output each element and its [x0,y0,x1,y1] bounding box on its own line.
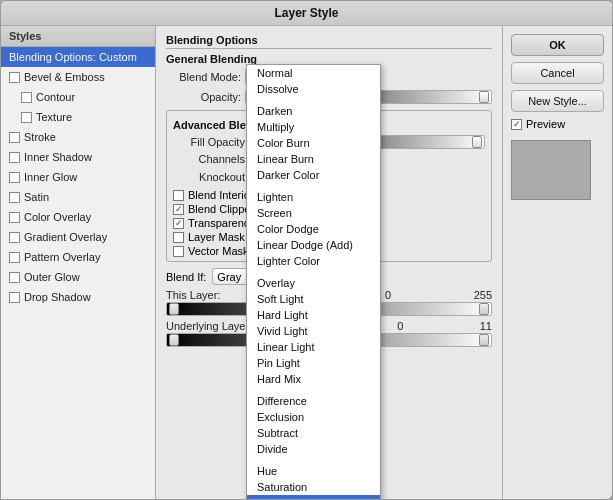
sidebar-item-label: Inner Shadow [24,151,92,163]
blend-interior-checkbox[interactable] [173,190,184,201]
dropdown-item-hue[interactable]: Hue [247,463,380,479]
sidebar-item-inner-glow[interactable]: Inner Glow [1,167,155,187]
this-layer-values: 0 255 [385,289,492,301]
dropdown-item-subtract[interactable]: Subtract [247,425,380,441]
drop-shadow-checkbox[interactable] [9,292,20,303]
dropdown-item-lighter-color[interactable]: Lighter Color [247,253,380,269]
sidebar-item-stroke[interactable]: Stroke [1,127,155,147]
this-layer-label: This Layer: [166,289,220,301]
sidebar-item-label: Texture [36,111,72,123]
dropdown-item-dissolve[interactable]: Dissolve [247,81,380,97]
dialog-body: Styles Blending Options: Custom Bevel & … [1,26,612,499]
dropdown-item-linear-burn[interactable]: Linear Burn [247,151,380,167]
sidebar-item-outer-glow[interactable]: Outer Glow [1,267,155,287]
dropdown-item-multiply[interactable]: Multiply [247,119,380,135]
dropdown-item-exclusion[interactable]: Exclusion [247,409,380,425]
ok-button[interactable]: OK [511,34,604,56]
dropdown-item-hard-light[interactable]: Hard Light [247,307,380,323]
stroke-checkbox[interactable] [9,132,20,143]
preview-row: Preview [511,118,604,130]
dropdown-item-saturation[interactable]: Saturation [247,479,380,495]
dropdown-item-difference[interactable]: Difference [247,393,380,409]
blend-clipped-checkbox[interactable] [173,204,184,215]
fill-opacity-thumb [472,136,482,148]
transparency-checkbox[interactable] [173,218,184,229]
right-panel: OK Cancel New Style... Preview [502,26,612,499]
dropdown-item-screen[interactable]: Screen [247,205,380,221]
blend-if-value: Gray [217,271,241,283]
sidebar-item-label: Color Overlay [24,211,91,223]
contour-checkbox[interactable] [21,92,32,103]
opacity-thumb [479,91,489,103]
dropdown-item-color[interactable]: Color [247,495,380,499]
sidebar-item-label: Gradient Overlay [24,231,107,243]
opacity-label: Opacity: [166,91,241,103]
blend-mode-dropdown: NormalDissolveDarkenMultiplyColor BurnLi… [246,64,381,499]
sidebar-item-bevel-emboss[interactable]: Bevel & Emboss [1,67,155,87]
outer-glow-checkbox[interactable] [9,272,20,283]
new-style-button[interactable]: New Style... [511,90,604,112]
texture-checkbox[interactable] [21,112,32,123]
blend-if-label: Blend If: [166,271,206,283]
dropdown-item-overlay[interactable]: Overlay [247,275,380,291]
layer-mask-checkbox[interactable] [173,232,184,243]
dropdown-item-soft-light[interactable]: Soft Light [247,291,380,307]
satin-checkbox[interactable] [9,192,20,203]
sidebar-item-label: Bevel & Emboss [24,71,105,83]
underlying-layer-label: Underlying Layer: [166,320,252,332]
dropdown-item-hard-mix[interactable]: Hard Mix [247,371,380,387]
knockout-label: Knockout: [173,171,248,183]
underlying-right-thumb[interactable] [479,334,489,346]
channels-label: Channels: [173,153,248,165]
this-layer-left-thumb[interactable] [169,303,179,315]
styles-header: Styles [1,26,155,47]
cancel-button[interactable]: Cancel [511,62,604,84]
sidebar-item-drop-shadow[interactable]: Drop Shadow [1,287,155,307]
sidebar-item-label: Contour [36,91,75,103]
underlying-layer-max: 11 [480,320,492,332]
dropdown-item-vivid-light[interactable]: Vivid Light [247,323,380,339]
dropdown-item-pin-light[interactable]: Pin Light [247,355,380,371]
gradient-overlay-checkbox[interactable] [9,232,20,243]
sidebar-item-label: Satin [24,191,49,203]
preview-checkbox[interactable] [511,119,522,130]
inner-glow-checkbox[interactable] [9,172,20,183]
vector-mask-checkbox[interactable] [173,246,184,257]
sidebar-item-pattern-overlay[interactable]: Pattern Overlay [1,247,155,267]
sidebar-item-texture[interactable]: Texture [1,107,155,127]
bevel-emboss-checkbox[interactable] [9,72,20,83]
sidebar-item-blending-options[interactable]: Blending Options: Custom [1,47,155,67]
dropdown-item-divide[interactable]: Divide [247,441,380,457]
main-panel: Blending Options General Blending Blend … [156,26,502,499]
sidebar-item-label: Inner Glow [24,171,77,183]
dropdown-item-linear-light[interactable]: Linear Light [247,339,380,355]
styles-list: Blending Options: Custom Bevel & Emboss … [1,47,155,499]
underlying-left-thumb[interactable] [169,334,179,346]
dropdown-item-darken[interactable]: Darken [247,103,380,119]
dropdown-item-color-burn[interactable]: Color Burn [247,135,380,151]
pattern-overlay-checkbox[interactable] [9,252,20,263]
dropdown-item-lighten[interactable]: Lighten [247,189,380,205]
dialog-title: Layer Style [274,6,338,20]
this-layer-right-thumb[interactable] [479,303,489,315]
blending-options-title: Blending Options [166,34,492,49]
dropdown-item-linear-dodge-(add)[interactable]: Linear Dodge (Add) [247,237,380,253]
sidebar-item-label: Blending Options: Custom [9,51,137,63]
layer-style-dialog: Layer Style Styles Blending Options: Cus… [0,0,613,500]
dropdown-item-darker-color[interactable]: Darker Color [247,167,380,183]
sidebar-item-inner-shadow[interactable]: Inner Shadow [1,147,155,167]
sidebar-item-label: Stroke [24,131,56,143]
sidebar-item-satin[interactable]: Satin [1,187,155,207]
dropdown-item-color-dodge[interactable]: Color Dodge [247,221,380,237]
blend-mode-label: Blend Mode: [166,71,241,83]
sidebar-item-contour[interactable]: Contour [1,87,155,107]
sidebar-item-label: Drop Shadow [24,291,91,303]
color-overlay-checkbox[interactable] [9,212,20,223]
inner-shadow-checkbox[interactable] [9,152,20,163]
sidebar-item-gradient-overlay[interactable]: Gradient Overlay [1,227,155,247]
sidebar-item-color-overlay[interactable]: Color Overlay [1,207,155,227]
dropdown-item-normal[interactable]: Normal [247,65,380,81]
underlying-layer-values: 0 11 [397,320,492,332]
underlying-layer-min: 0 [397,320,403,332]
preview-thumbnail [511,140,591,200]
